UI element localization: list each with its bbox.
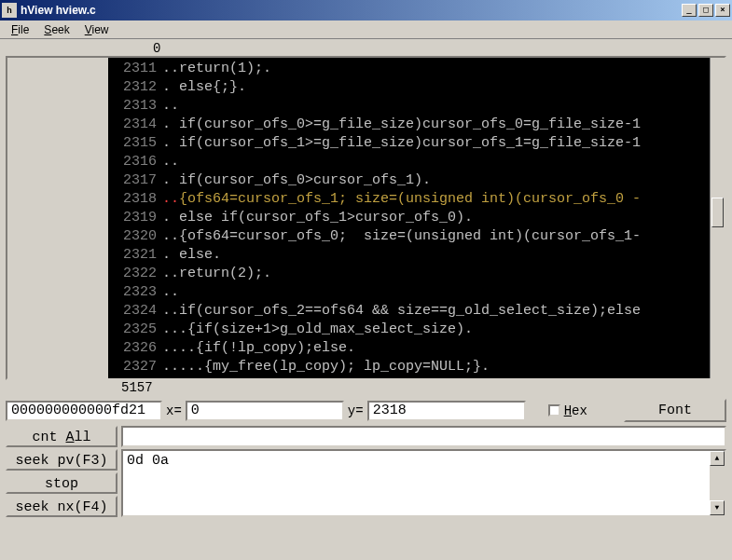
content-area: 0 2311 2312 2313 2314 2315 2316 2317 231… [0, 39, 732, 525]
close-button[interactable]: × [715, 4, 730, 17]
ruler-top: 0 [6, 41, 726, 56]
ruler-bottom: 5157 [6, 380, 726, 395]
scrollbar-thumb[interactable] [711, 198, 724, 227]
y-input[interactable] [367, 401, 526, 421]
titlebar: h hView hview.c _ □ × [0, 0, 732, 20]
line-gutter: 2311 2312 2313 2314 2315 2316 2317 2318 … [108, 58, 160, 378]
x-input[interactable] [186, 401, 344, 421]
scroll-down-icon[interactable]: ▼ [710, 500, 725, 515]
controls-row-1: x= y= Hex Font [6, 399, 726, 422]
controls: x= y= Hex Font cnt All seek pv(F3) stop … [6, 395, 726, 517]
menu-seek[interactable]: Seek [36, 21, 76, 38]
vertical-scrollbar[interactable] [710, 58, 725, 378]
search-area: 0d 0a ▲ ▼ [121, 426, 726, 517]
code-view[interactable]: ..return(1);. . else{;}. .. . if(cursor_… [160, 58, 710, 378]
maximize-button[interactable]: □ [698, 4, 713, 17]
hex-checkbox[interactable]: Hex [548, 403, 587, 418]
search-value: 0d 0a [127, 453, 169, 469]
search-input[interactable]: 0d 0a ▲ ▼ [121, 449, 726, 517]
editor: 2311 2312 2313 2314 2315 2316 2317 2318 … [6, 56, 726, 380]
address-input[interactable] [6, 401, 162, 421]
window-buttons: _ □ × [682, 4, 730, 17]
controls-row-2: cnt All seek pv(F3) stop seek nx(F4) 0d … [6, 426, 726, 517]
search-scrollbar[interactable]: ▲ ▼ [710, 451, 725, 515]
gutter-margin [7, 58, 108, 378]
checkbox-icon [548, 404, 560, 417]
font-button[interactable]: Font [624, 399, 726, 422]
status-input[interactable] [121, 426, 726, 447]
y-label: y= [348, 403, 364, 418]
minimize-button[interactable]: _ [682, 4, 697, 17]
seek-prev-button[interactable]: seek pv(F3) [6, 449, 117, 471]
menu-file[interactable]: File [4, 21, 36, 38]
menubar: File Seek View [0, 20, 732, 39]
left-button-column: cnt All seek pv(F3) stop seek nx(F4) [6, 426, 117, 517]
app-icon: h [2, 3, 17, 18]
scroll-up-icon[interactable]: ▲ [710, 451, 725, 466]
stop-button[interactable]: stop [6, 472, 117, 494]
menu-view[interactable]: View [77, 21, 117, 38]
cnt-all-button[interactable]: cnt All [6, 426, 117, 447]
x-label: x= [166, 403, 182, 418]
seek-next-button[interactable]: seek nx(F4) [6, 496, 117, 517]
window-title: hView hview.c [21, 4, 682, 17]
